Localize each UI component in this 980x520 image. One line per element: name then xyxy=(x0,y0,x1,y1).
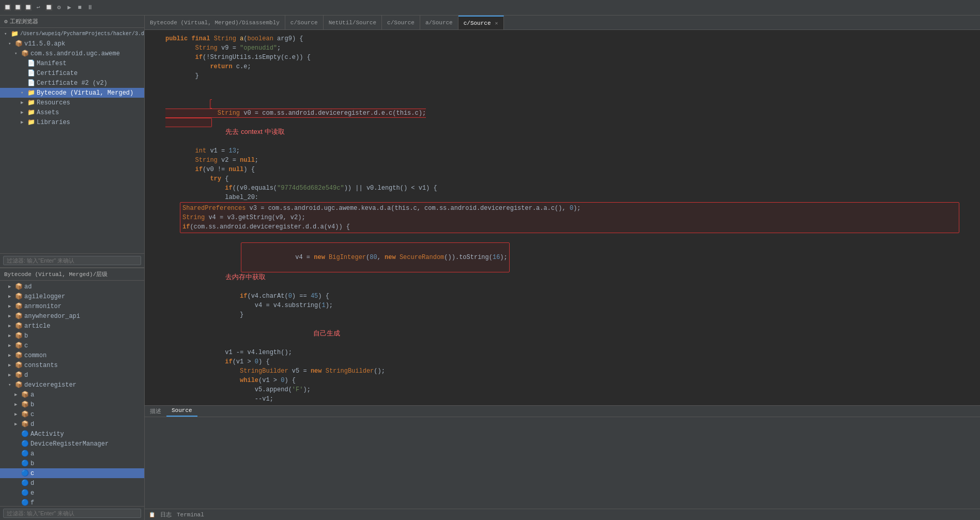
toolbar-icon-2[interactable]: 🔲 xyxy=(13,3,22,12)
toolbar-icon-4[interactable]: ↩ xyxy=(34,3,43,12)
hi-cb[interactable]: 🔵b xyxy=(0,458,144,468)
code-line-highlighted-1: String v0 = com.ss.android.deviceregiste… xyxy=(155,90,970,146)
hi-anrmonitor[interactable]: ▶📦anrmonitor xyxy=(0,301,144,311)
tree-item-cert[interactable]: 📄 Certificate xyxy=(0,68,144,78)
toolbar-icon-6[interactable]: ⚙ xyxy=(54,3,64,12)
code-line: return c.e; xyxy=(155,62,970,71)
hi-d[interactable]: ▶📦d xyxy=(0,370,144,380)
hi-dr-c[interactable]: ▶📦c xyxy=(0,409,144,419)
tree-item-apk[interactable]: ▾ 📦 v11.5.0.apk xyxy=(0,39,144,49)
tab-label: c/Source xyxy=(387,20,415,26)
code-line-highlighted-3: v4 = new BigInteger(80, new SecureRandom… xyxy=(155,233,970,292)
code-line xyxy=(155,81,970,90)
hi-ca[interactable]: 🔵a xyxy=(0,449,144,458)
code-line-blank-annotation: 自己生成 xyxy=(155,319,970,348)
cert-icon: 📄 xyxy=(27,69,35,77)
tabs-bar: Bytecode (Virtual, Merged)/Disassembly c… xyxy=(145,16,980,30)
tree-item-resources[interactable]: ▶ 📁 Resources xyxy=(0,98,144,108)
toolbar-icon-7[interactable]: ▶ xyxy=(65,3,74,12)
toolbar-icon-1[interactable]: 🔲 xyxy=(3,3,12,12)
hi-dr-a[interactable]: ▶📦a xyxy=(0,390,144,400)
tree-item-cert2[interactable]: 📄 Certificate #2 (v2) xyxy=(0,78,144,88)
tab-netutil[interactable]: NetUtil/Source xyxy=(324,16,382,29)
tree-item-libraries[interactable]: ▶ 📁 Libraries xyxy=(0,117,144,127)
tree-item-com[interactable]: ▾ 📦 com.ss.android.ugc.aweme xyxy=(0,49,144,58)
cert2-icon: 📄 xyxy=(27,79,35,87)
code-line-red-2c: if(com.ss.android.deviceregister.d.d.a(v… xyxy=(182,222,957,232)
hi-b[interactable]: ▶📦b xyxy=(0,331,144,341)
hi-dr-b[interactable]: ▶📦b xyxy=(0,400,144,409)
tab-label: a/Source xyxy=(425,20,453,26)
hierarchy-filter-input[interactable] xyxy=(3,509,141,518)
tree-label: /Users/wupeiq/PycharmProjects/hacker/3.d… xyxy=(20,31,144,37)
tree-item-bytecode[interactable]: ▾ 📁 Bytecode (Virtual, Merged) xyxy=(0,88,144,98)
code-line: while(v1 > 0) { xyxy=(155,376,970,385)
tree-label: Bytecode (Virtual, Merged) xyxy=(37,89,133,97)
tab-close-icon[interactable]: ✕ xyxy=(495,20,498,26)
hi-agilelogger[interactable]: ▶📦agilelogger xyxy=(0,292,144,301)
tab-label: c/Source xyxy=(464,20,491,26)
log-label: 日志 xyxy=(160,511,172,518)
tab-asource[interactable]: a/Source xyxy=(420,16,458,29)
tree-arrow: ▶ xyxy=(21,119,26,125)
hierarchy-title: Bytecode (Virtual, Merged)/层级 xyxy=(0,268,144,281)
toolbar-icon-8[interactable]: ■ xyxy=(75,3,84,12)
tab-label: NetUtil/Source xyxy=(329,20,376,26)
hi-common[interactable]: ▶📦common xyxy=(0,350,144,360)
hi-cc[interactable]: 🔵c xyxy=(0,468,144,478)
apk-icon: 📦 xyxy=(15,40,23,48)
folder-icon: 📁 xyxy=(11,30,19,38)
main-toolbar: 🔲 🔲 🔲 ↩ 🔲 ⚙ ▶ ■ ⏸ xyxy=(0,0,980,16)
hi-deviceregister[interactable]: ▾📦deviceregister xyxy=(0,380,144,390)
code-line: public final String a(boolean arg9) { xyxy=(155,34,970,43)
bottom-tab-source[interactable]: Source xyxy=(166,406,197,417)
code-editor[interactable]: public final String a(boolean arg9) { St… xyxy=(145,30,980,405)
code-line: int v1 = 13; xyxy=(155,146,970,156)
tab-csource1[interactable]: c/Source xyxy=(285,16,324,29)
hierarchy-title-label: Bytecode (Virtual, Merged)/层级 xyxy=(4,270,108,278)
hi-anywheredor[interactable]: ▶📦anywheredor_api xyxy=(0,311,144,321)
bottom-content xyxy=(145,417,980,509)
code-line: String v2 = null; xyxy=(155,156,970,165)
code-line: v4 = v4.substring(1); xyxy=(155,301,970,310)
tree-label: Libraries xyxy=(37,119,70,126)
hi-AActivity[interactable]: 🔵AActivity xyxy=(0,429,144,439)
hi-DeviceRegisterManager[interactable]: 🔵DeviceRegisterManager xyxy=(0,439,144,449)
bottom-tab-desc[interactable]: 描述 xyxy=(145,406,166,417)
code-line: --v1; xyxy=(155,394,970,404)
bottom-tab-label: 描述 xyxy=(150,408,161,415)
file-tree-panel: ⚙ 工程浏览器 ▾ 📁 /Users/wupeiq/PycharmProject… xyxy=(0,16,144,268)
tab-csource3[interactable]: c/Source ✕ xyxy=(458,16,504,29)
sidebar-title: ⚙ 工程浏览器 xyxy=(0,16,144,28)
hi-c[interactable]: ▶📦c xyxy=(0,341,144,350)
hi-cf[interactable]: 🔵f xyxy=(0,498,144,506)
tree-item-root[interactable]: ▾ 📁 /Users/wupeiq/PycharmProjects/hacker… xyxy=(0,29,144,39)
hierarchy-tree: ▶📦ad ▶📦agilelogger ▶📦anrmonitor ▶📦anywhe… xyxy=(0,281,144,506)
hi-cd[interactable]: 🔵d xyxy=(0,478,144,488)
tab-label: c/Source xyxy=(290,20,318,26)
log-icon: 📋 xyxy=(149,512,155,518)
file-tree: ▾ 📁 /Users/wupeiq/PycharmProjects/hacker… xyxy=(0,28,144,253)
tab-csource2[interactable]: c/Source xyxy=(382,16,420,29)
code-line: v1 -= v4.length(); xyxy=(155,348,970,357)
tree-label: Resources xyxy=(37,99,70,106)
hi-constants[interactable]: ▶📦constants xyxy=(0,360,144,370)
hi-ce[interactable]: 🔵e xyxy=(0,488,144,498)
hi-article[interactable]: ▶📦article xyxy=(0,321,144,331)
tab-bytecode[interactable]: Bytecode (Virtual, Merged)/Disassembly xyxy=(145,16,285,29)
hierarchy-filter-bar xyxy=(0,506,144,520)
hi-dr-d[interactable]: ▶📦d xyxy=(0,419,144,429)
tree-label: Certificate xyxy=(37,70,78,77)
code-line: if(v0 != null) { xyxy=(155,165,970,174)
toolbar-icon-9[interactable]: ⏸ xyxy=(85,3,95,12)
toolbar-icon-3[interactable]: 🔲 xyxy=(23,3,33,12)
tree-item-assets[interactable]: ▶ 📁 Assets xyxy=(0,108,144,117)
right-panel: Bytecode (Virtual, Merged)/Disassembly c… xyxy=(145,16,980,520)
tree-item-manifest[interactable]: 📄 Manifest xyxy=(0,58,144,68)
tree-label: Manifest xyxy=(37,60,67,67)
code-line: if(!StringUtils.isEmpty(c.e)) { xyxy=(155,53,970,62)
file-filter-input[interactable] xyxy=(3,256,141,265)
hi-ad[interactable]: ▶📦ad xyxy=(0,282,144,292)
code-line: v5.append('F'); xyxy=(155,385,970,394)
toolbar-icon-5[interactable]: 🔲 xyxy=(44,3,53,12)
